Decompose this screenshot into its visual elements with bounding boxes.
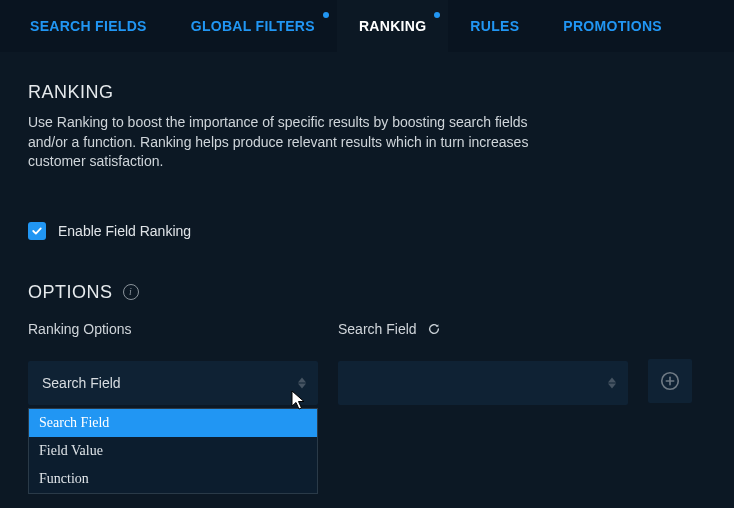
sort-arrows-icon	[298, 377, 306, 388]
ranking-section: RANKING Use Ranking to boost the importa…	[0, 52, 734, 405]
dropdown-item[interactable]: Search Field	[29, 409, 317, 437]
tab-label: RULES	[470, 18, 519, 34]
plus-circle-icon	[659, 370, 681, 392]
ranking-options-select[interactable]: Search Field	[28, 361, 318, 405]
refresh-icon[interactable]	[427, 322, 441, 336]
enable-ranking-row: Enable Field Ranking	[28, 222, 706, 240]
dropdown-item[interactable]: Field Value	[29, 437, 317, 465]
tab-label: RANKING	[359, 18, 426, 34]
search-field-label: Search Field	[338, 321, 417, 337]
enable-ranking-checkbox[interactable]	[28, 222, 46, 240]
sort-arrows-icon	[608, 377, 616, 388]
ranking-options-column: Ranking Options Search Field	[28, 321, 318, 405]
enable-ranking-label: Enable Field Ranking	[58, 223, 191, 239]
section-heading: RANKING	[28, 82, 706, 103]
tab-label: GLOBAL FILTERS	[191, 18, 315, 34]
tab-label: SEARCH FIELDS	[30, 18, 147, 34]
add-button[interactable]	[648, 359, 692, 403]
tab-search-fields[interactable]: SEARCH FIELDS	[8, 0, 169, 52]
search-field-label-row: Search Field	[338, 321, 628, 337]
ranking-options-dropdown: Search Field Field Value Function	[28, 408, 318, 494]
tab-label: PROMOTIONS	[563, 18, 662, 34]
ranking-options-label: Ranking Options	[28, 321, 318, 337]
options-fields-row: Ranking Options Search Field Search Fiel…	[28, 321, 706, 405]
select-value: Search Field	[42, 375, 121, 391]
options-heading: OPTIONS	[28, 282, 113, 303]
options-heading-row: OPTIONS i	[28, 282, 706, 303]
tab-global-filters[interactable]: GLOBAL FILTERS	[169, 0, 337, 52]
tab-promotions[interactable]: PROMOTIONS	[541, 0, 684, 52]
info-icon[interactable]: i	[123, 284, 139, 300]
section-description: Use Ranking to boost the importance of s…	[28, 113, 558, 172]
indicator-dot-icon	[323, 12, 329, 18]
search-field-select[interactable]	[338, 361, 628, 405]
search-field-column: Search Field	[338, 321, 628, 405]
tab-rules[interactable]: RULES	[448, 0, 541, 52]
tab-bar: SEARCH FIELDS GLOBAL FILTERS RANKING RUL…	[0, 0, 734, 52]
check-icon	[31, 225, 43, 237]
dropdown-item[interactable]: Function	[29, 465, 317, 493]
tab-ranking[interactable]: RANKING	[337, 0, 448, 52]
indicator-dot-icon	[434, 12, 440, 18]
add-button-column	[648, 321, 692, 403]
